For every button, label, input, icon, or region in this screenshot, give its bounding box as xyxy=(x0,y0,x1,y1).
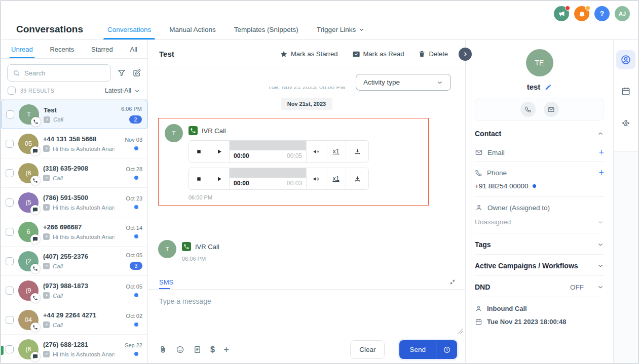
mark-as-read-button[interactable]: Mark as Read xyxy=(352,50,404,58)
chat-actions: Mark as Starred Mark as Read Delete xyxy=(280,50,448,58)
audio-player: 00:0000:03x1 xyxy=(189,168,369,190)
conversation-list-item[interactable]: (6(318) 635-2908CallOct 28 xyxy=(1,158,147,188)
conversation-checkbox[interactable] xyxy=(6,257,14,265)
message-area[interactable]: Activity type Tue, Nov 21 2023, 06:00 PM… xyxy=(148,68,465,274)
campaigns-section-header[interactable]: Active Campaigns / Workflows xyxy=(475,255,604,275)
add-more-icon[interactable]: + xyxy=(223,344,229,355)
select-all-checkbox[interactable] xyxy=(8,87,16,95)
attachment-icon[interactable] xyxy=(159,345,167,354)
template-icon[interactable] xyxy=(193,345,202,354)
conversation-checkbox[interactable] xyxy=(6,316,14,324)
tab-manual-actions[interactable]: Manual Actions xyxy=(169,26,216,39)
stop-button[interactable] xyxy=(189,168,209,189)
play-button[interactable] xyxy=(209,168,230,189)
contact-section-header[interactable]: Contact xyxy=(475,121,604,143)
payment-icon[interactable]: $ xyxy=(210,345,215,354)
sort-dropdown[interactable]: Latest-All xyxy=(105,87,140,94)
seek-bar[interactable] xyxy=(230,141,306,150)
dnd-status: OFF xyxy=(570,284,584,291)
tab-trigger-links[interactable]: Trigger Links xyxy=(317,26,365,39)
tags-section-header[interactable]: Tags xyxy=(475,233,604,254)
send-button-group: Send xyxy=(399,340,457,359)
tab-recents[interactable]: Recents xyxy=(50,40,74,58)
conversation-preview: Hi this is Ashutosh Anand, I saw that xyxy=(43,233,115,240)
playback-speed-button[interactable]: x1 xyxy=(326,141,346,162)
conversation-preview: Call xyxy=(43,263,115,269)
add-phone-button[interactable]: + xyxy=(598,168,604,177)
dnd-section-header[interactable]: DND OFF xyxy=(475,276,604,297)
add-email-button[interactable]: + xyxy=(598,148,604,157)
email-contact-button[interactable] xyxy=(544,102,559,117)
conversation-avatar: (2 xyxy=(18,251,39,271)
seek-bar[interactable] xyxy=(230,168,306,178)
clear-button[interactable]: Clear xyxy=(350,340,385,359)
collapse-panel-button[interactable] xyxy=(459,48,472,61)
conversation-preview: Call xyxy=(43,175,115,181)
conversation-checkbox[interactable] xyxy=(6,140,14,148)
tab-unread[interactable]: Unread xyxy=(11,40,33,58)
tab-conversations[interactable]: Conversations xyxy=(107,26,151,39)
chat-widget-sliver[interactable] xyxy=(1,346,4,355)
conversation-list-item[interactable]: (5(786) 591-3500Hi this is Ashutosh Anan… xyxy=(1,188,147,217)
resize-handle[interactable] xyxy=(458,329,463,334)
emoji-icon[interactable] xyxy=(176,345,184,354)
conversation-time: Oct 28 xyxy=(126,166,142,172)
person-circle-icon xyxy=(620,54,631,65)
stop-button[interactable] xyxy=(189,141,209,162)
chevron-down-icon xyxy=(358,26,365,33)
rail-contact-button[interactable] xyxy=(616,50,635,69)
unread-dot xyxy=(134,352,138,356)
delete-button[interactable]: Delete xyxy=(418,50,448,58)
edit-name-icon[interactable] xyxy=(545,84,552,91)
search-row xyxy=(1,59,147,85)
conversation-list-item[interactable]: 6+266 696687Hi this is Ashutosh Anand, I… xyxy=(1,217,147,247)
send-button[interactable]: Send xyxy=(399,340,436,359)
message-time: 06:06 PM xyxy=(182,256,219,262)
last-call-info: Inbound Call Tue Nov 21 2023 18:00:48 xyxy=(475,297,604,333)
schedule-send-button[interactable] xyxy=(436,340,457,359)
tab-templates-snippets[interactable]: Templates (Snippets) xyxy=(234,26,298,39)
tab-sms[interactable]: SMS xyxy=(159,278,173,289)
rail-associations-button[interactable] xyxy=(616,113,635,132)
call-contact-button[interactable] xyxy=(520,102,536,117)
conversation-name: (276) 688-1281 xyxy=(43,341,115,348)
conversation-checkbox[interactable] xyxy=(6,345,14,353)
owner-select[interactable]: Unassigned xyxy=(475,216,604,233)
rail-appointments-button[interactable] xyxy=(616,82,635,101)
filter-icon[interactable] xyxy=(117,68,126,77)
tab-starred[interactable]: Starred xyxy=(91,40,113,58)
elapsed-time: 00:00 xyxy=(234,152,249,159)
volume-button[interactable] xyxy=(307,141,326,162)
audio-player: 00:0000:05x1 xyxy=(189,140,369,163)
search-input[interactable] xyxy=(24,69,105,77)
playback-speed-button[interactable]: x1 xyxy=(326,168,346,189)
conversation-checkbox[interactable] xyxy=(6,169,14,177)
volume-button[interactable] xyxy=(307,168,326,189)
call-type-row: Inbound Call xyxy=(475,305,604,312)
conversation-list-item[interactable]: 05+44 131 358 5668Hi this is Ashutosh An… xyxy=(1,129,147,158)
conversation-checkbox[interactable] xyxy=(6,198,14,207)
contact-avatar: TE xyxy=(526,49,553,76)
tab-all[interactable]: All xyxy=(130,40,137,58)
download-button[interactable] xyxy=(346,141,368,162)
conversation-list-item[interactable]: 04+44 29 2264 4271CallOct 02 xyxy=(1,305,147,335)
message-input[interactable]: Type a message xyxy=(148,290,465,336)
conversation-avatar: 04 xyxy=(18,310,39,330)
compose-icon[interactable] xyxy=(132,68,141,77)
conversation-avatar: 6 xyxy=(18,222,39,242)
conversation-list-item[interactable]: (9(973) 988-1873CallOct 05 xyxy=(1,276,147,305)
conversation-list-item[interactable]: (2(407) 255-2376CallOct 053 xyxy=(1,247,147,276)
conversation-checkbox[interactable] xyxy=(6,287,14,295)
total-duration: 00:03 xyxy=(287,180,302,187)
collapse-composer-icon[interactable] xyxy=(449,278,456,286)
download-button[interactable] xyxy=(346,168,368,189)
conversation-list-item[interactable]: (6(276) 688-1281Hi this is Ashutosh Anan… xyxy=(1,335,147,363)
phone-value[interactable]: +91 88254 00000 xyxy=(475,182,604,196)
play-button[interactable] xyxy=(209,141,230,162)
mark-as-starred-button[interactable]: Mark as Starred xyxy=(280,50,337,58)
conversation-list-item[interactable]: TTestCall6:06 PM2 xyxy=(1,100,147,129)
conversation-checkbox[interactable] xyxy=(6,110,14,118)
conversation-checkbox[interactable] xyxy=(6,228,14,236)
search-input-wrap[interactable] xyxy=(7,64,111,82)
chevron-right-icon xyxy=(462,51,469,58)
